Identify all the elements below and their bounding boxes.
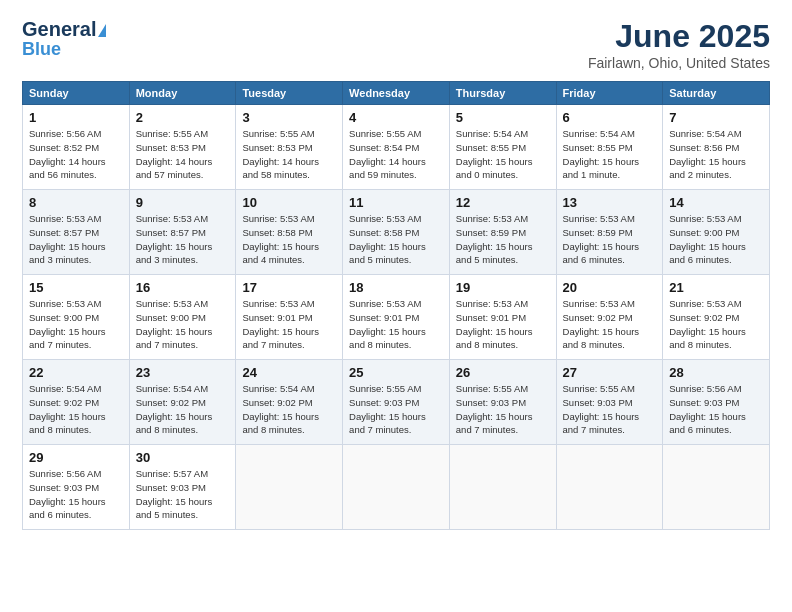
header: General Blue June 2025 Fairlawn, Ohio, U… <box>22 18 770 71</box>
day-info: Sunrise: 5:53 AM Sunset: 9:00 PM Dayligh… <box>29 297 123 352</box>
calendar-cell: 9Sunrise: 5:53 AM Sunset: 8:57 PM Daylig… <box>129 190 236 275</box>
week-row-3: 15Sunrise: 5:53 AM Sunset: 9:00 PM Dayli… <box>23 275 770 360</box>
col-header-friday: Friday <box>556 82 663 105</box>
day-number: 1 <box>29 110 123 125</box>
calendar-cell: 26Sunrise: 5:55 AM Sunset: 9:03 PM Dayli… <box>449 360 556 445</box>
day-info: Sunrise: 5:56 AM Sunset: 8:52 PM Dayligh… <box>29 127 123 182</box>
day-number: 21 <box>669 280 763 295</box>
day-info: Sunrise: 5:53 AM Sunset: 8:58 PM Dayligh… <box>242 212 336 267</box>
calendar-cell <box>343 445 450 530</box>
day-number: 5 <box>456 110 550 125</box>
day-info: Sunrise: 5:54 AM Sunset: 9:02 PM Dayligh… <box>136 382 230 437</box>
day-number: 30 <box>136 450 230 465</box>
day-number: 4 <box>349 110 443 125</box>
calendar-cell: 3Sunrise: 5:55 AM Sunset: 8:53 PM Daylig… <box>236 105 343 190</box>
calendar-cell: 1Sunrise: 5:56 AM Sunset: 8:52 PM Daylig… <box>23 105 130 190</box>
day-number: 2 <box>136 110 230 125</box>
day-info: Sunrise: 5:54 AM Sunset: 8:56 PM Dayligh… <box>669 127 763 182</box>
day-info: Sunrise: 5:55 AM Sunset: 9:03 PM Dayligh… <box>456 382 550 437</box>
calendar-cell: 7Sunrise: 5:54 AM Sunset: 8:56 PM Daylig… <box>663 105 770 190</box>
day-info: Sunrise: 5:53 AM Sunset: 9:02 PM Dayligh… <box>563 297 657 352</box>
day-number: 25 <box>349 365 443 380</box>
calendar-page: General Blue June 2025 Fairlawn, Ohio, U… <box>0 0 792 612</box>
day-number: 28 <box>669 365 763 380</box>
day-number: 19 <box>456 280 550 295</box>
calendar-cell: 29Sunrise: 5:56 AM Sunset: 9:03 PM Dayli… <box>23 445 130 530</box>
week-row-5: 29Sunrise: 5:56 AM Sunset: 9:03 PM Dayli… <box>23 445 770 530</box>
day-info: Sunrise: 5:55 AM Sunset: 8:54 PM Dayligh… <box>349 127 443 182</box>
calendar-cell: 27Sunrise: 5:55 AM Sunset: 9:03 PM Dayli… <box>556 360 663 445</box>
day-number: 29 <box>29 450 123 465</box>
day-number: 6 <box>563 110 657 125</box>
calendar-cell: 30Sunrise: 5:57 AM Sunset: 9:03 PM Dayli… <box>129 445 236 530</box>
day-number: 16 <box>136 280 230 295</box>
calendar-cell: 24Sunrise: 5:54 AM Sunset: 9:02 PM Dayli… <box>236 360 343 445</box>
day-info: Sunrise: 5:53 AM Sunset: 9:01 PM Dayligh… <box>456 297 550 352</box>
calendar-cell: 11Sunrise: 5:53 AM Sunset: 8:58 PM Dayli… <box>343 190 450 275</box>
calendar-cell <box>236 445 343 530</box>
main-title: June 2025 <box>588 18 770 55</box>
calendar-cell: 16Sunrise: 5:53 AM Sunset: 9:00 PM Dayli… <box>129 275 236 360</box>
calendar-cell: 13Sunrise: 5:53 AM Sunset: 8:59 PM Dayli… <box>556 190 663 275</box>
day-info: Sunrise: 5:54 AM Sunset: 8:55 PM Dayligh… <box>456 127 550 182</box>
calendar-cell <box>556 445 663 530</box>
col-header-wednesday: Wednesday <box>343 82 450 105</box>
calendar-cell: 28Sunrise: 5:56 AM Sunset: 9:03 PM Dayli… <box>663 360 770 445</box>
day-info: Sunrise: 5:56 AM Sunset: 9:03 PM Dayligh… <box>29 467 123 522</box>
day-info: Sunrise: 5:53 AM Sunset: 8:58 PM Dayligh… <box>349 212 443 267</box>
day-info: Sunrise: 5:53 AM Sunset: 9:00 PM Dayligh… <box>669 212 763 267</box>
calendar-cell: 8Sunrise: 5:53 AM Sunset: 8:57 PM Daylig… <box>23 190 130 275</box>
calendar-cell: 25Sunrise: 5:55 AM Sunset: 9:03 PM Dayli… <box>343 360 450 445</box>
calendar-cell: 21Sunrise: 5:53 AM Sunset: 9:02 PM Dayli… <box>663 275 770 360</box>
col-header-monday: Monday <box>129 82 236 105</box>
day-number: 22 <box>29 365 123 380</box>
logo-text: General <box>22 18 106 40</box>
week-row-4: 22Sunrise: 5:54 AM Sunset: 9:02 PM Dayli… <box>23 360 770 445</box>
day-info: Sunrise: 5:53 AM Sunset: 8:57 PM Dayligh… <box>29 212 123 267</box>
day-number: 7 <box>669 110 763 125</box>
calendar-cell: 6Sunrise: 5:54 AM Sunset: 8:55 PM Daylig… <box>556 105 663 190</box>
day-info: Sunrise: 5:54 AM Sunset: 9:02 PM Dayligh… <box>29 382 123 437</box>
calendar-cell: 5Sunrise: 5:54 AM Sunset: 8:55 PM Daylig… <box>449 105 556 190</box>
day-info: Sunrise: 5:53 AM Sunset: 9:01 PM Dayligh… <box>242 297 336 352</box>
col-header-tuesday: Tuesday <box>236 82 343 105</box>
day-number: 17 <box>242 280 336 295</box>
day-number: 3 <box>242 110 336 125</box>
calendar-cell: 17Sunrise: 5:53 AM Sunset: 9:01 PM Dayli… <box>236 275 343 360</box>
day-info: Sunrise: 5:53 AM Sunset: 9:00 PM Dayligh… <box>136 297 230 352</box>
day-number: 20 <box>563 280 657 295</box>
subtitle: Fairlawn, Ohio, United States <box>588 55 770 71</box>
calendar-cell: 12Sunrise: 5:53 AM Sunset: 8:59 PM Dayli… <box>449 190 556 275</box>
day-number: 10 <box>242 195 336 210</box>
day-number: 18 <box>349 280 443 295</box>
day-number: 8 <box>29 195 123 210</box>
calendar-cell: 2Sunrise: 5:55 AM Sunset: 8:53 PM Daylig… <box>129 105 236 190</box>
title-block: June 2025 Fairlawn, Ohio, United States <box>588 18 770 71</box>
calendar-cell: 10Sunrise: 5:53 AM Sunset: 8:58 PM Dayli… <box>236 190 343 275</box>
day-info: Sunrise: 5:55 AM Sunset: 9:03 PM Dayligh… <box>563 382 657 437</box>
calendar-cell <box>663 445 770 530</box>
calendar-table: SundayMondayTuesdayWednesdayThursdayFrid… <box>22 81 770 530</box>
day-number: 24 <box>242 365 336 380</box>
logo: General Blue <box>22 18 106 60</box>
day-number: 13 <box>563 195 657 210</box>
calendar-cell: 19Sunrise: 5:53 AM Sunset: 9:01 PM Dayli… <box>449 275 556 360</box>
week-row-2: 8Sunrise: 5:53 AM Sunset: 8:57 PM Daylig… <box>23 190 770 275</box>
header-row: SundayMondayTuesdayWednesdayThursdayFrid… <box>23 82 770 105</box>
day-info: Sunrise: 5:53 AM Sunset: 8:59 PM Dayligh… <box>563 212 657 267</box>
day-number: 9 <box>136 195 230 210</box>
day-number: 11 <box>349 195 443 210</box>
calendar-cell: 18Sunrise: 5:53 AM Sunset: 9:01 PM Dayli… <box>343 275 450 360</box>
day-info: Sunrise: 5:55 AM Sunset: 9:03 PM Dayligh… <box>349 382 443 437</box>
logo-triangle-icon <box>98 24 106 37</box>
day-number: 12 <box>456 195 550 210</box>
day-info: Sunrise: 5:55 AM Sunset: 8:53 PM Dayligh… <box>136 127 230 182</box>
day-number: 27 <box>563 365 657 380</box>
calendar-cell: 15Sunrise: 5:53 AM Sunset: 9:00 PM Dayli… <box>23 275 130 360</box>
day-number: 14 <box>669 195 763 210</box>
day-number: 26 <box>456 365 550 380</box>
day-info: Sunrise: 5:53 AM Sunset: 9:02 PM Dayligh… <box>669 297 763 352</box>
day-number: 23 <box>136 365 230 380</box>
calendar-cell: 14Sunrise: 5:53 AM Sunset: 9:00 PM Dayli… <box>663 190 770 275</box>
day-info: Sunrise: 5:53 AM Sunset: 8:59 PM Dayligh… <box>456 212 550 267</box>
